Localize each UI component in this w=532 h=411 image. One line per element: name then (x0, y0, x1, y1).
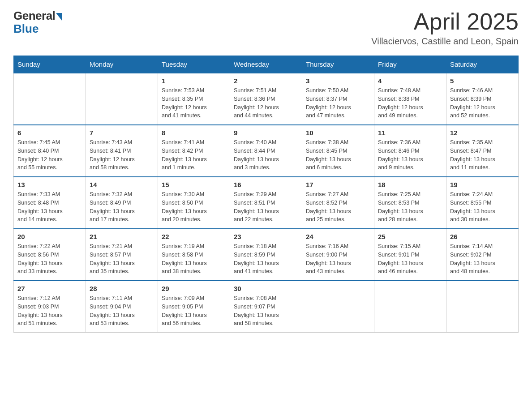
page-header: General Blue April 2025 Villaciervos, Ca… (13, 9, 519, 47)
day-info: Sunrise: 7:30 AMSunset: 8:50 PMDaylight:… (162, 190, 226, 224)
day-number: 11 (378, 129, 442, 137)
calendar-cell: 18Sunrise: 7:25 AMSunset: 8:53 PMDayligh… (374, 177, 446, 229)
day-info: Sunrise: 7:45 AMSunset: 8:40 PMDaylight:… (17, 138, 82, 172)
day-info: Sunrise: 7:16 AMSunset: 9:00 PMDaylight:… (306, 242, 370, 276)
calendar-cell: 11Sunrise: 7:36 AMSunset: 8:46 PMDayligh… (374, 125, 446, 177)
weekday-header-tuesday: Tuesday (158, 56, 230, 73)
weekday-header-row: SundayMondayTuesdayWednesdayThursdayFrid… (14, 56, 519, 73)
calendar-cell: 23Sunrise: 7:18 AMSunset: 8:59 PMDayligh… (230, 229, 302, 281)
calendar-week-row: 1Sunrise: 7:53 AMSunset: 8:35 PMDaylight… (14, 73, 519, 125)
month-year-title: April 2025 (371, 9, 519, 34)
calendar-cell: 28Sunrise: 7:11 AMSunset: 9:04 PMDayligh… (86, 281, 158, 333)
day-info: Sunrise: 7:09 AMSunset: 9:05 PMDaylight:… (162, 294, 226, 328)
day-info: Sunrise: 7:32 AMSunset: 8:49 PMDaylight:… (90, 190, 154, 224)
day-info: Sunrise: 7:15 AMSunset: 9:01 PMDaylight:… (378, 242, 442, 276)
day-info: Sunrise: 7:40 AMSunset: 8:44 PMDaylight:… (234, 138, 298, 172)
location-subtitle: Villaciervos, Castille and Leon, Spain (371, 36, 519, 47)
calendar-cell: 1Sunrise: 7:53 AMSunset: 8:35 PMDaylight… (158, 73, 230, 125)
day-info: Sunrise: 7:48 AMSunset: 8:38 PMDaylight:… (378, 86, 442, 120)
day-info: Sunrise: 7:21 AMSunset: 8:57 PMDaylight:… (90, 242, 154, 276)
day-info: Sunrise: 7:53 AMSunset: 8:35 PMDaylight:… (162, 86, 226, 120)
day-info: Sunrise: 7:36 AMSunset: 8:46 PMDaylight:… (378, 138, 442, 172)
calendar-cell: 14Sunrise: 7:32 AMSunset: 8:49 PMDayligh… (86, 177, 158, 229)
title-section: April 2025 Villaciervos, Castille and Le… (371, 9, 519, 47)
day-number: 28 (90, 285, 154, 292)
day-number: 2 (234, 77, 298, 85)
weekday-header-thursday: Thursday (302, 56, 374, 73)
day-info: Sunrise: 7:27 AMSunset: 8:52 PMDaylight:… (306, 190, 370, 224)
calendar-table: SundayMondayTuesdayWednesdayThursdayFrid… (13, 56, 519, 333)
calendar-cell: 5Sunrise: 7:46 AMSunset: 8:39 PMDaylight… (446, 73, 519, 125)
day-info: Sunrise: 7:51 AMSunset: 8:36 PMDaylight:… (234, 86, 298, 120)
day-number: 8 (162, 129, 226, 137)
day-number: 20 (17, 233, 82, 240)
day-number: 21 (90, 233, 154, 240)
calendar-cell: 13Sunrise: 7:33 AMSunset: 8:48 PMDayligh… (14, 177, 86, 229)
day-info: Sunrise: 7:11 AMSunset: 9:04 PMDaylight:… (90, 294, 154, 328)
calendar-body: 1Sunrise: 7:53 AMSunset: 8:35 PMDaylight… (14, 73, 519, 333)
day-info: Sunrise: 7:43 AMSunset: 8:41 PMDaylight:… (90, 138, 154, 172)
day-info: Sunrise: 7:46 AMSunset: 8:39 PMDaylight:… (450, 86, 515, 120)
weekday-header-friday: Friday (374, 56, 446, 73)
calendar-week-row: 27Sunrise: 7:12 AMSunset: 9:03 PMDayligh… (14, 281, 519, 333)
logo: General Blue (13, 9, 62, 36)
day-number: 22 (162, 233, 226, 240)
calendar-cell: 25Sunrise: 7:15 AMSunset: 9:01 PMDayligh… (374, 229, 446, 281)
day-info: Sunrise: 7:38 AMSunset: 8:45 PMDaylight:… (306, 138, 370, 172)
weekday-header-monday: Monday (86, 56, 158, 73)
logo-blue-text: Blue (13, 22, 39, 36)
day-number: 7 (90, 129, 154, 137)
calendar-cell: 17Sunrise: 7:27 AMSunset: 8:52 PMDayligh… (302, 177, 374, 229)
calendar-cell: 27Sunrise: 7:12 AMSunset: 9:03 PMDayligh… (14, 281, 86, 333)
day-info: Sunrise: 7:08 AMSunset: 9:07 PMDaylight:… (234, 294, 298, 328)
day-info: Sunrise: 7:12 AMSunset: 9:03 PMDaylight:… (17, 294, 82, 328)
calendar-cell: 7Sunrise: 7:43 AMSunset: 8:41 PMDaylight… (86, 125, 158, 177)
day-info: Sunrise: 7:22 AMSunset: 8:56 PMDaylight:… (17, 242, 82, 276)
day-number: 4 (378, 77, 442, 85)
calendar-cell: 6Sunrise: 7:45 AMSunset: 8:40 PMDaylight… (14, 125, 86, 177)
day-number: 14 (90, 181, 154, 188)
day-number: 13 (17, 181, 82, 188)
calendar-cell: 20Sunrise: 7:22 AMSunset: 8:56 PMDayligh… (14, 229, 86, 281)
day-number: 27 (17, 285, 82, 292)
day-info: Sunrise: 7:19 AMSunset: 8:58 PMDaylight:… (162, 242, 226, 276)
day-info: Sunrise: 7:24 AMSunset: 8:55 PMDaylight:… (450, 190, 515, 224)
calendar-cell: 30Sunrise: 7:08 AMSunset: 9:07 PMDayligh… (230, 281, 302, 333)
calendar-cell: 21Sunrise: 7:21 AMSunset: 8:57 PMDayligh… (86, 229, 158, 281)
day-number: 23 (234, 233, 298, 240)
calendar-cell: 15Sunrise: 7:30 AMSunset: 8:50 PMDayligh… (158, 177, 230, 229)
day-info: Sunrise: 7:35 AMSunset: 8:47 PMDaylight:… (450, 138, 515, 172)
calendar-week-row: 20Sunrise: 7:22 AMSunset: 8:56 PMDayligh… (14, 229, 519, 281)
day-number: 29 (162, 285, 226, 292)
day-number: 9 (234, 129, 298, 137)
calendar-week-row: 6Sunrise: 7:45 AMSunset: 8:40 PMDaylight… (14, 125, 519, 177)
day-number: 30 (234, 285, 298, 292)
calendar-cell: 3Sunrise: 7:50 AMSunset: 8:37 PMDaylight… (302, 73, 374, 125)
calendar-cell (302, 281, 374, 333)
day-info: Sunrise: 7:14 AMSunset: 9:02 PMDaylight:… (450, 242, 515, 276)
day-number: 15 (162, 181, 226, 188)
calendar-week-row: 13Sunrise: 7:33 AMSunset: 8:48 PMDayligh… (14, 177, 519, 229)
calendar-cell (374, 281, 446, 333)
weekday-header-saturday: Saturday (446, 56, 519, 73)
day-info: Sunrise: 7:33 AMSunset: 8:48 PMDaylight:… (17, 190, 82, 224)
day-number: 19 (450, 181, 515, 188)
calendar-cell: 2Sunrise: 7:51 AMSunset: 8:36 PMDaylight… (230, 73, 302, 125)
calendar-cell: 8Sunrise: 7:41 AMSunset: 8:42 PMDaylight… (158, 125, 230, 177)
calendar-cell: 9Sunrise: 7:40 AMSunset: 8:44 PMDaylight… (230, 125, 302, 177)
calendar-cell: 4Sunrise: 7:48 AMSunset: 8:38 PMDaylight… (374, 73, 446, 125)
day-number: 24 (306, 233, 370, 240)
day-number: 3 (306, 77, 370, 85)
day-number: 6 (17, 129, 82, 137)
calendar-cell: 10Sunrise: 7:38 AMSunset: 8:45 PMDayligh… (302, 125, 374, 177)
day-info: Sunrise: 7:41 AMSunset: 8:42 PMDaylight:… (162, 138, 226, 172)
logo-arrow-icon (56, 13, 62, 21)
calendar-cell: 22Sunrise: 7:19 AMSunset: 8:58 PMDayligh… (158, 229, 230, 281)
calendar-cell: 16Sunrise: 7:29 AMSunset: 8:51 PMDayligh… (230, 177, 302, 229)
day-number: 26 (450, 233, 515, 240)
day-number: 5 (450, 77, 515, 85)
calendar-cell (86, 73, 158, 125)
logo-general-text: General (13, 9, 55, 23)
weekday-header-sunday: Sunday (14, 56, 86, 73)
day-info: Sunrise: 7:50 AMSunset: 8:37 PMDaylight:… (306, 86, 370, 120)
